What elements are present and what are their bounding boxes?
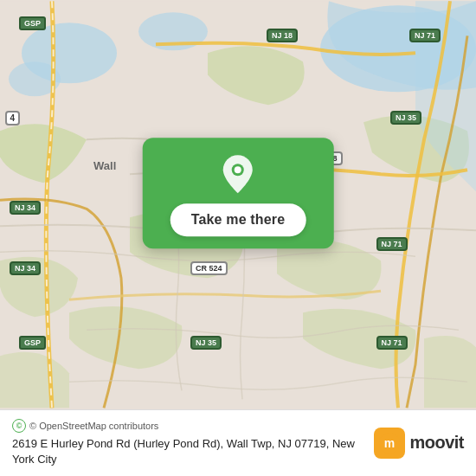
location-pin-icon	[221, 154, 255, 196]
osm-attribution: © © OpenStreetMap contributors	[12, 419, 363, 433]
road-badge-nj71-bot: NJ 71	[376, 336, 408, 350]
road-badge-nj34-low: NJ 34	[10, 261, 41, 275]
svg-text:Wall: Wall	[93, 159, 116, 172]
road-badge-nj34-mid: NJ 34	[10, 201, 41, 215]
road-badge-cr524: CR 524	[190, 261, 228, 275]
map-area: Wall GSP NJ 18 NJ 71 4 NJ 35 138 NJ 34 N…	[0, 0, 476, 409]
road-badge-4: 4	[5, 111, 21, 125]
osm-text: © OpenStreetMap contributors	[29, 421, 158, 431]
svg-point-7	[235, 167, 241, 174]
road-badge-nj35-bot: NJ 35	[190, 336, 222, 350]
road-badge-nj35: NJ 35	[390, 111, 421, 125]
road-badge-nj18: NJ 18	[267, 29, 298, 42]
osm-logo: ©	[12, 419, 26, 433]
address-text: 2619 E Hurley Pond Rd (Hurley Pond Rd), …	[12, 436, 363, 467]
take-me-there-overlay: Take me there	[143, 138, 334, 249]
green-card: Take me there	[143, 138, 334, 249]
moovit-logo: m moovit	[374, 428, 464, 459]
road-badge-nj71-top: NJ 71	[409, 29, 441, 42]
moovit-text: moovit	[409, 433, 464, 453]
road-badge-gsp-top: GSP	[19, 16, 46, 30]
app-container: Wall GSP NJ 18 NJ 71 4 NJ 35 138 NJ 34 N…	[0, 0, 476, 476]
road-badge-gsp-bot: GSP	[19, 336, 46, 350]
road-badge-nj71-mid: NJ 71	[376, 237, 408, 251]
svg-text:m: m	[384, 436, 395, 450]
take-me-there-button[interactable]: Take me there	[170, 204, 306, 237]
bottom-info: © © OpenStreetMap contributors 2619 E Hu…	[12, 419, 363, 467]
bottom-bar: © © OpenStreetMap contributors 2619 E Hu…	[0, 409, 476, 476]
moovit-icon: m	[374, 428, 405, 459]
